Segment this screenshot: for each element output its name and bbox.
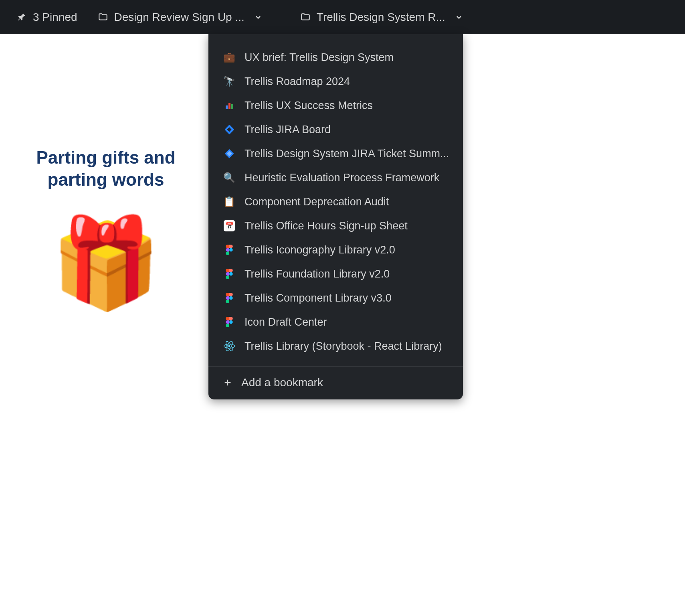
bookmark-list: 💼UX brief: Trellis Design System🔭Trellis… bbox=[208, 45, 463, 365]
bookmark-item-label: Icon Draft Center bbox=[244, 316, 452, 328]
figma-icon bbox=[223, 267, 236, 280]
folder-label: Trellis Design System R... bbox=[317, 11, 445, 24]
gift-icon: 🎁 bbox=[51, 219, 161, 307]
bookmark-item[interactable]: Trellis Component Library v3.0 bbox=[220, 286, 455, 310]
bookmark-item-label: Trellis JIRA Board bbox=[244, 124, 452, 136]
pinned-button[interactable]: 3 Pinned bbox=[16, 11, 77, 24]
slide-title-line2: parting words bbox=[48, 170, 164, 189]
bookmark-item[interactable]: Trellis UX Success Metrics bbox=[220, 93, 455, 118]
add-bookmark-label: Add a bookmark bbox=[241, 376, 323, 389]
jira-software-icon bbox=[223, 147, 236, 160]
slide-title: Parting gifts and parting words bbox=[19, 146, 192, 190]
figma-icon bbox=[223, 292, 236, 304]
plus-icon bbox=[223, 378, 232, 387]
bookmark-item-label: Trellis Component Library v3.0 bbox=[244, 292, 452, 304]
briefcase-icon: 💼 bbox=[223, 51, 236, 64]
bookmark-item-label: Trellis Roadmap 2024 bbox=[244, 75, 452, 88]
bookmark-dropdown: 💼UX brief: Trellis Design System🔭Trellis… bbox=[208, 34, 463, 399]
bookmark-item-label: Trellis Foundation Library v2.0 bbox=[244, 268, 452, 280]
bookmark-item[interactable]: 🔍Heuristic Evaluation Process Framework bbox=[220, 166, 455, 190]
bookmark-item-label: Trellis Office Hours Sign-up Sheet bbox=[244, 220, 452, 232]
bookmark-item[interactable]: Trellis Design System JIRA Ticket Summ..… bbox=[220, 142, 455, 166]
bookmark-item-label: Trellis UX Success Metrics bbox=[244, 99, 452, 112]
bookmark-item[interactable]: Trellis Foundation Library v2.0 bbox=[220, 262, 455, 286]
calendar-icon: 📅 bbox=[223, 219, 236, 232]
folder-tab-trellis[interactable]: Trellis Design System R... bbox=[300, 11, 465, 24]
folder-icon bbox=[97, 12, 109, 23]
pinned-label: 3 Pinned bbox=[33, 11, 77, 24]
topbar: 3 Pinned Design Review Sign Up ... Trell… bbox=[0, 0, 685, 34]
folder-label: Design Review Sign Up ... bbox=[114, 11, 244, 24]
pin-icon bbox=[16, 12, 27, 23]
bookmark-item-label: Component Deprecation Audit bbox=[244, 196, 452, 208]
bookmark-item-label: UX brief: Trellis Design System bbox=[244, 51, 452, 64]
chevron-down-icon bbox=[453, 12, 465, 23]
jira-icon bbox=[223, 123, 236, 136]
bookmark-item[interactable]: 📅Trellis Office Hours Sign-up Sheet bbox=[220, 214, 455, 238]
figma-icon bbox=[223, 316, 236, 328]
chevron-down-icon bbox=[253, 12, 264, 23]
slide-title-line1: Parting gifts and bbox=[36, 148, 175, 167]
bookmark-item[interactable]: Trellis Library (Storybook - React Libra… bbox=[220, 334, 455, 358]
folder-tab-design-review[interactable]: Design Review Sign Up ... bbox=[97, 11, 264, 24]
bar-chart-icon bbox=[223, 99, 236, 112]
add-bookmark-button[interactable]: Add a bookmark bbox=[208, 367, 463, 399]
bookmark-item[interactable]: 🔭Trellis Roadmap 2024 bbox=[220, 69, 455, 93]
magnifier-icon: 🔍 bbox=[223, 171, 236, 184]
bookmark-item-label: Trellis Iconography Library v2.0 bbox=[244, 244, 452, 256]
clipboard-icon: 📋 bbox=[223, 195, 236, 208]
svg-point-3 bbox=[228, 345, 230, 347]
svg-rect-0 bbox=[226, 105, 228, 109]
bookmark-item[interactable]: 📋Component Deprecation Audit bbox=[220, 190, 455, 214]
bookmark-item[interactable]: 💼UX brief: Trellis Design System bbox=[220, 45, 455, 69]
content-area: Parting gifts and parting words 🎁 💼UX br… bbox=[0, 34, 685, 616]
svg-rect-1 bbox=[228, 103, 230, 109]
folder-icon bbox=[300, 12, 311, 23]
bookmark-item-label: Trellis Design System JIRA Ticket Summ..… bbox=[244, 148, 452, 160]
react-icon bbox=[223, 340, 236, 353]
bookmark-item[interactable]: Trellis JIRA Board bbox=[220, 118, 455, 142]
slide-panel: Parting gifts and parting words 🎁 bbox=[0, 34, 208, 616]
telescope-icon: 🔭 bbox=[223, 75, 236, 88]
bookmark-item-label: Heuristic Evaluation Process Framework bbox=[244, 172, 452, 184]
bookmark-item-label: Trellis Library (Storybook - React Libra… bbox=[244, 340, 452, 353]
figma-icon bbox=[223, 243, 236, 256]
svg-rect-2 bbox=[231, 104, 233, 109]
bookmark-item[interactable]: Icon Draft Center bbox=[220, 310, 455, 334]
bookmark-item[interactable]: Trellis Iconography Library v2.0 bbox=[220, 238, 455, 262]
